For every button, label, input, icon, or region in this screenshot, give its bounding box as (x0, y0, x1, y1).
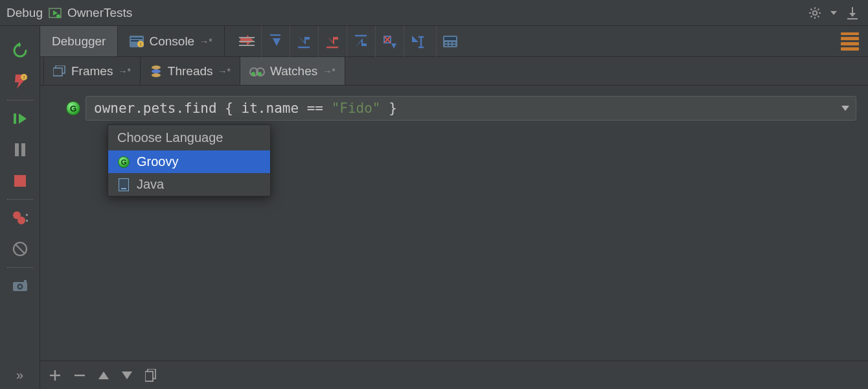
download-icon[interactable] (846, 6, 859, 19)
watches-panel: G owner.pets.find { it.name == "Fido" } … (40, 86, 868, 360)
pin-icon[interactable]: →* (118, 66, 130, 77)
svg-point-33 (19, 285, 21, 288)
show-execution-point-button[interactable] (233, 26, 261, 57)
svg-marker-14 (849, 13, 856, 17)
java-file-icon (117, 178, 130, 191)
svg-rect-65 (445, 45, 448, 46)
debug-left-toolbar: ! » (0, 26, 40, 389)
svg-text:!: ! (23, 75, 24, 80)
run-to-cursor-button[interactable] (404, 26, 432, 57)
settings-gear-icon[interactable] (808, 6, 821, 19)
rerun-button[interactable] (0, 35, 40, 66)
svg-marker-50 (355, 38, 367, 47)
history-chevron-down-icon[interactable] (840, 103, 851, 113)
settings-chevron-icon[interactable] (830, 10, 837, 16)
tab-watches[interactable]: Watches →* (240, 57, 345, 85)
svg-rect-37 (131, 40, 139, 41)
tab-console-label: Console (149, 34, 194, 49)
layout-settings-button[interactable] (841, 32, 859, 51)
svg-line-11 (811, 16, 812, 17)
pin-icon[interactable]: →* (200, 36, 212, 47)
svg-point-26 (17, 217, 25, 224)
add-watch-button[interactable] (49, 370, 61, 381)
svg-marker-82 (122, 371, 132, 379)
force-step-into-button[interactable] (318, 26, 347, 57)
watch-expression-input[interactable]: owner.pets.find { it.name == "Fido" } (86, 96, 856, 121)
watch-code-string: "Fido" (332, 100, 381, 116)
svg-rect-34 (24, 280, 27, 282)
tab-frames[interactable]: Frames →* (43, 57, 141, 85)
mute-breakpoints-button[interactable] (0, 233, 40, 265)
svg-marker-77 (841, 106, 849, 111)
expand-toolbar-button[interactable]: » (16, 368, 23, 383)
get-thread-dump-button[interactable] (0, 270, 40, 301)
svg-marker-1 (53, 10, 58, 16)
debug-titlebar: Debug OwnerTests (0, 0, 868, 26)
break-on-exception-button[interactable]: ! (0, 66, 40, 97)
svg-line-30 (16, 244, 25, 253)
svg-marker-48 (326, 36, 338, 45)
stop-button[interactable] (0, 165, 40, 196)
svg-line-10 (817, 8, 819, 10)
move-down-button[interactable] (122, 371, 132, 379)
remove-watch-button[interactable] (74, 370, 86, 381)
watches-icon (249, 65, 265, 77)
svg-rect-84 (145, 371, 153, 381)
debug-views-tabbar: Frames →* Threads →* Watches →* (40, 57, 868, 86)
popup-item-java[interactable]: Java (108, 173, 270, 196)
svg-text:!: ! (140, 41, 141, 47)
svg-point-3 (813, 10, 817, 14)
svg-point-2 (56, 14, 60, 18)
svg-rect-41 (239, 37, 255, 38)
svg-rect-42 (239, 41, 255, 42)
step-into-button[interactable] (290, 26, 318, 57)
evaluate-expression-button[interactable] (436, 26, 464, 57)
svg-rect-62 (445, 42, 448, 43)
copy-button[interactable] (145, 369, 157, 382)
svg-rect-43 (239, 45, 255, 46)
choose-language-popup: Choose Language G Groovy Java (108, 124, 271, 196)
svg-marker-21 (19, 113, 27, 124)
tab-threads[interactable]: Threads →* (140, 57, 240, 85)
groovy-icon: G (117, 156, 130, 169)
console-icon: ! (130, 36, 144, 47)
tab-console[interactable]: ! Console →* (118, 26, 224, 56)
svg-rect-69 (53, 68, 62, 76)
svg-marker-12 (830, 11, 837, 15)
pin-icon[interactable]: →* (218, 66, 231, 77)
tab-debugger[interactable]: Debugger (40, 26, 118, 56)
tab-threads-label: Threads (168, 64, 213, 78)
step-over-button[interactable] (261, 26, 290, 57)
popup-title: Choose Language (108, 125, 270, 150)
svg-marker-81 (98, 371, 109, 379)
svg-line-9 (817, 16, 819, 17)
run-config-icon (48, 6, 62, 20)
svg-rect-28 (26, 220, 28, 222)
svg-rect-61 (444, 37, 456, 40)
groovy-language-icon[interactable]: G (66, 101, 80, 115)
svg-point-75 (251, 72, 255, 76)
svg-point-72 (152, 73, 161, 77)
watch-code-tail: } (381, 100, 397, 116)
step-toolbar (225, 26, 464, 56)
svg-marker-56 (412, 36, 418, 42)
tab-watches-label: Watches (270, 64, 317, 78)
drop-frame-button[interactable] (375, 26, 404, 57)
svg-point-71 (152, 69, 161, 73)
move-up-button[interactable] (98, 371, 109, 379)
svg-rect-27 (26, 214, 28, 216)
pin-icon[interactable]: →* (323, 66, 335, 77)
tab-frames-label: Frames (71, 64, 113, 78)
svg-rect-20 (14, 113, 16, 124)
popup-item-label: Groovy (137, 154, 178, 169)
resume-button[interactable] (0, 103, 40, 134)
svg-rect-63 (449, 42, 451, 43)
pause-button[interactable] (0, 134, 40, 165)
svg-marker-46 (298, 36, 310, 45)
svg-rect-24 (14, 175, 26, 187)
watches-bottom-toolbar (40, 360, 868, 389)
step-out-button[interactable] (347, 26, 375, 57)
svg-rect-23 (21, 143, 25, 156)
popup-item-groovy[interactable]: G Groovy (108, 150, 270, 173)
view-breakpoints-button[interactable] (0, 202, 40, 233)
